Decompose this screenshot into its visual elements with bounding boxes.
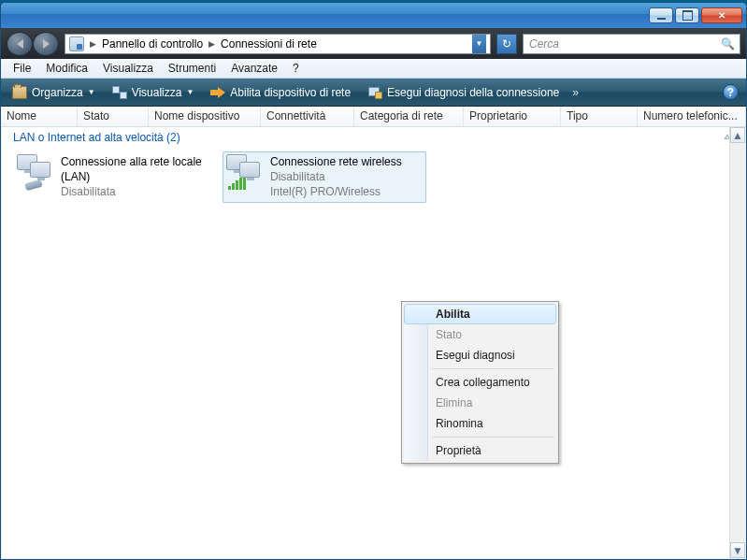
connection-device: Intel(R) PRO/Wireless	[270, 184, 402, 199]
chevron-up-icon: ▲	[732, 129, 743, 142]
wireless-connection-icon	[226, 154, 264, 192]
help-button[interactable]: ?	[723, 84, 739, 100]
col-owner[interactable]: Proprietario	[464, 107, 561, 126]
scroll-up-button[interactable]: ▲	[730, 127, 745, 143]
context-separator	[432, 437, 554, 438]
vertical-scrollbar[interactable]: ▲ ▼	[729, 127, 745, 558]
back-button[interactable]	[7, 32, 33, 56]
col-connectivity[interactable]: Connettività	[261, 107, 354, 126]
menu-tools[interactable]: Strumenti	[162, 60, 223, 77]
connection-text: Connessione rete wireless Disabilitata I…	[270, 154, 402, 200]
breadcrumb-sep-icon: ▶	[90, 39, 96, 49]
context-separator	[432, 368, 554, 369]
breadcrumb-root[interactable]: Pannello di controllo	[102, 37, 203, 50]
menu-advanced[interactable]: Avanzate	[224, 60, 284, 77]
help-icon: ?	[727, 86, 734, 99]
menubar: File Modifica Visualizza Strumenti Avanz…	[1, 59, 746, 79]
chevron-down-icon: ▼	[88, 88, 95, 96]
menu-view[interactable]: Visualizza	[96, 60, 160, 77]
titlebar[interactable]	[1, 3, 746, 28]
maximize-button[interactable]	[675, 7, 699, 23]
scroll-down-button[interactable]: ▼	[730, 542, 745, 558]
views-icon	[112, 86, 127, 99]
organize-label: Organizza	[32, 86, 83, 99]
breadcrumb-sep-icon: ▶	[208, 39, 215, 49]
connection-text: Connessione alla rete locale (LAN) Disab…	[61, 154, 213, 200]
address-bar[interactable]: ▶ Pannello di controllo ▶ Connessioni di…	[65, 34, 491, 54]
group-header[interactable]: LAN o Internet ad alta velocità (2) ㅿ	[2, 127, 745, 148]
ctx-diagnose[interactable]: Esegui diagnosi	[404, 345, 556, 366]
toolbar-overflow-button[interactable]: »	[572, 86, 576, 99]
address-dropdown-button[interactable]: ▼	[472, 35, 486, 53]
col-type[interactable]: Tipo	[561, 107, 638, 126]
ctx-enable[interactable]: Abilita	[404, 304, 556, 324]
command-toolbar: Organizza ▼ Visualizza ▼ Abilita disposi…	[1, 79, 746, 107]
diagnose-button[interactable]: Esegui diagnosi della connessione	[364, 83, 563, 102]
arrow-right-icon	[210, 87, 225, 98]
col-devname[interactable]: Nome dispositivo	[149, 107, 261, 126]
column-header-row: Nome Stato Nome dispositivo Connettività…	[1, 107, 746, 127]
diagnose-label: Esegui diagnosi della connessione	[387, 86, 559, 99]
forward-button[interactable]	[33, 32, 59, 56]
connection-status: Disabilitata	[270, 169, 402, 184]
minimize-button[interactable]	[649, 7, 673, 23]
views-button[interactable]: Visualizza ▼	[108, 83, 198, 102]
enable-label: Abilita dispositivo di rete	[230, 86, 351, 99]
folder-icon	[12, 86, 27, 99]
back-arrow-icon	[17, 39, 23, 49]
col-name[interactable]: Nome	[1, 107, 78, 126]
nav-row: ▶ Pannello di controllo ▶ Connessioni di…	[1, 28, 746, 59]
close-button[interactable]	[701, 7, 742, 23]
menu-edit[interactable]: Modifica	[39, 60, 94, 77]
ctx-delete: Elimina	[404, 393, 556, 413]
chevron-down-icon: ▼	[732, 544, 743, 557]
ctx-rename[interactable]: Rinomina	[404, 413, 556, 434]
ctx-status: Stato	[404, 324, 556, 345]
content-area: LAN o Internet ad alta velocità (2) ㅿ Co…	[2, 127, 745, 558]
col-phone[interactable]: Numero telefonic...	[638, 107, 746, 126]
views-label: Visualizza	[132, 86, 182, 99]
search-icon: 🔍	[721, 37, 735, 50]
network-diagnose-icon	[367, 86, 382, 99]
nav-buttons	[7, 32, 59, 56]
chevron-down-icon: ▼	[186, 88, 194, 96]
ctx-properties[interactable]: Proprietà	[404, 440, 556, 461]
col-status[interactable]: Stato	[78, 107, 149, 126]
connections-list: Connessione alla rete locale (LAN) Disab…	[2, 148, 745, 203]
refresh-button[interactable]: ↻	[496, 34, 517, 54]
menu-help[interactable]: ?	[286, 60, 306, 77]
menu-file[interactable]: File	[7, 60, 37, 77]
forward-arrow-icon	[43, 39, 50, 49]
col-category[interactable]: Categoria di rete	[354, 107, 464, 126]
ctx-shortcut[interactable]: Crea collegamento	[404, 372, 556, 393]
enable-device-button[interactable]: Abilita dispositivo di rete	[207, 83, 354, 102]
connection-item-wireless[interactable]: Connessione rete wireless Disabilitata I…	[223, 151, 426, 203]
connection-name: Connessione alla rete locale (LAN)	[61, 154, 213, 184]
breadcrumb-current[interactable]: Connessioni di rete	[221, 37, 317, 50]
connection-status: Disabilitata	[61, 184, 213, 199]
group-title: LAN o Internet ad alta velocità (2)	[13, 131, 180, 144]
control-panel-icon	[69, 36, 84, 51]
connection-item-lan[interactable]: Connessione alla rete locale (LAN) Disab…	[13, 151, 217, 203]
search-input[interactable]: Cerca 🔍	[523, 34, 740, 54]
lan-connection-icon	[17, 154, 54, 192]
search-placeholder: Cerca	[529, 37, 559, 50]
explorer-window: ▶ Pannello di controllo ▶ Connessioni di…	[0, 2, 747, 560]
refresh-icon: ↻	[502, 37, 511, 50]
organize-button[interactable]: Organizza ▼	[8, 83, 99, 102]
context-menu: Abilita Stato Esegui diagnosi Crea colle…	[401, 301, 559, 464]
connection-name: Connessione rete wireless	[270, 154, 402, 169]
